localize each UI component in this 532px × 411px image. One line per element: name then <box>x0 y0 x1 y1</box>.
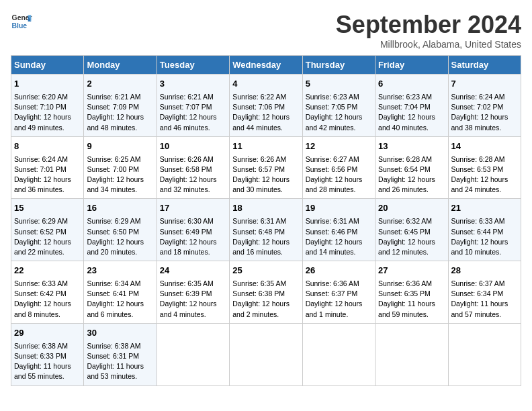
day-number: 13 <box>378 140 445 153</box>
day-number: 10 <box>160 140 226 153</box>
calendar-cell: 1Sunrise: 6:20 AM Sunset: 7:10 PM Daylig… <box>11 75 84 137</box>
day-info: Sunrise: 6:31 AM Sunset: 6:46 PM Dayligh… <box>306 216 372 257</box>
day-info: Sunrise: 6:31 AM Sunset: 6:48 PM Dayligh… <box>232 216 299 257</box>
day-number: 6 <box>378 78 445 91</box>
calendar-cell: 19Sunrise: 6:31 AM Sunset: 6:46 PM Dayli… <box>302 199 375 261</box>
day-info: Sunrise: 6:27 AM Sunset: 6:56 PM Dayligh… <box>306 154 372 195</box>
calendar-cell: 17Sunrise: 6:30 AM Sunset: 6:49 PM Dayli… <box>157 199 229 261</box>
calendar-cell: 28Sunrise: 6:37 AM Sunset: 6:34 PM Dayli… <box>448 261 521 324</box>
calendar-cell: 18Sunrise: 6:31 AM Sunset: 6:48 PM Dayli… <box>230 199 302 261</box>
calendar-cell: 7Sunrise: 6:24 AM Sunset: 7:02 PM Daylig… <box>448 75 521 137</box>
day-number: 9 <box>87 140 153 153</box>
title-block: September 2024 Millbrook, Alabama, Unite… <box>336 11 521 50</box>
calendar-cell <box>375 323 448 385</box>
day-number: 26 <box>306 265 372 277</box>
calendar-cell: 20Sunrise: 6:32 AM Sunset: 6:45 PM Dayli… <box>375 199 448 261</box>
calendar-cell: 4Sunrise: 6:22 AM Sunset: 7:06 PM Daylig… <box>230 75 302 137</box>
day-number: 14 <box>451 140 518 153</box>
calendar-week-row: 22Sunrise: 6:33 AM Sunset: 6:42 PM Dayli… <box>11 261 521 324</box>
day-number: 20 <box>378 202 445 215</box>
calendar-cell: 14Sunrise: 6:28 AM Sunset: 6:53 PM Dayli… <box>448 136 521 199</box>
calendar-cell: 6Sunrise: 6:23 AM Sunset: 7:04 PM Daylig… <box>375 75 448 137</box>
calendar-cell <box>448 323 521 385</box>
calendar-cell: 30Sunrise: 6:38 AM Sunset: 6:31 PM Dayli… <box>84 323 157 385</box>
day-info: Sunrise: 6:32 AM Sunset: 6:45 PM Dayligh… <box>378 216 445 257</box>
day-info: Sunrise: 6:35 AM Sunset: 6:39 PM Dayligh… <box>160 279 226 320</box>
day-info: Sunrise: 6:34 AM Sunset: 6:41 PM Dayligh… <box>87 279 153 320</box>
day-info: Sunrise: 6:20 AM Sunset: 7:10 PM Dayligh… <box>14 92 81 133</box>
calendar-cell: 23Sunrise: 6:34 AM Sunset: 6:41 PM Dayli… <box>84 261 157 324</box>
day-info: Sunrise: 6:28 AM Sunset: 6:53 PM Dayligh… <box>451 154 518 195</box>
logo: General Blue <box>11 11 32 32</box>
day-number: 2 <box>87 78 153 91</box>
day-info: Sunrise: 6:26 AM Sunset: 6:58 PM Dayligh… <box>160 154 226 195</box>
day-info: Sunrise: 6:24 AM Sunset: 7:02 PM Dayligh… <box>451 92 518 133</box>
calendar-cell: 27Sunrise: 6:36 AM Sunset: 6:35 PM Dayli… <box>375 261 448 324</box>
month-title: September 2024 <box>336 11 521 39</box>
calendar-cell: 3Sunrise: 6:21 AM Sunset: 7:07 PM Daylig… <box>157 75 229 137</box>
day-number: 19 <box>306 202 372 215</box>
day-info: Sunrise: 6:28 AM Sunset: 6:54 PM Dayligh… <box>378 154 445 195</box>
column-header-saturday: Saturday <box>448 56 521 75</box>
calendar-cell: 16Sunrise: 6:29 AM Sunset: 6:50 PM Dayli… <box>84 199 157 261</box>
day-info: Sunrise: 6:36 AM Sunset: 6:37 PM Dayligh… <box>306 279 372 320</box>
calendar-cell: 10Sunrise: 6:26 AM Sunset: 6:58 PM Dayli… <box>157 136 229 199</box>
calendar-cell: 25Sunrise: 6:35 AM Sunset: 6:38 PM Dayli… <box>230 261 302 324</box>
day-info: Sunrise: 6:29 AM Sunset: 6:52 PM Dayligh… <box>14 216 81 257</box>
day-number: 18 <box>232 202 299 215</box>
calendar-cell: 5Sunrise: 6:23 AM Sunset: 7:05 PM Daylig… <box>302 75 375 137</box>
column-header-monday: Monday <box>84 56 157 75</box>
calendar-cell: 22Sunrise: 6:33 AM Sunset: 6:42 PM Dayli… <box>11 261 84 324</box>
day-info: Sunrise: 6:24 AM Sunset: 7:01 PM Dayligh… <box>14 154 81 195</box>
calendar-cell: 13Sunrise: 6:28 AM Sunset: 6:54 PM Dayli… <box>375 136 448 199</box>
day-info: Sunrise: 6:35 AM Sunset: 6:38 PM Dayligh… <box>232 279 299 320</box>
calendar-cell: 11Sunrise: 6:26 AM Sunset: 6:57 PM Dayli… <box>230 136 302 199</box>
calendar-cell: 15Sunrise: 6:29 AM Sunset: 6:52 PM Dayli… <box>11 199 84 261</box>
day-info: Sunrise: 6:38 AM Sunset: 6:33 PM Dayligh… <box>14 341 81 382</box>
column-header-friday: Friday <box>375 56 448 75</box>
day-number: 12 <box>306 140 372 153</box>
day-info: Sunrise: 6:38 AM Sunset: 6:31 PM Dayligh… <box>87 341 153 382</box>
day-number: 24 <box>160 265 226 277</box>
calendar-week-row: 15Sunrise: 6:29 AM Sunset: 6:52 PM Dayli… <box>11 199 521 261</box>
calendar-cell: 21Sunrise: 6:33 AM Sunset: 6:44 PM Dayli… <box>448 199 521 261</box>
day-number: 1 <box>14 78 81 91</box>
calendar-week-row: 1Sunrise: 6:20 AM Sunset: 7:10 PM Daylig… <box>11 75 521 137</box>
day-info: Sunrise: 6:21 AM Sunset: 7:09 PM Dayligh… <box>87 92 153 133</box>
day-number: 25 <box>232 265 299 277</box>
day-number: 5 <box>306 78 372 91</box>
day-info: Sunrise: 6:21 AM Sunset: 7:07 PM Dayligh… <box>160 92 226 133</box>
day-info: Sunrise: 6:30 AM Sunset: 6:49 PM Dayligh… <box>160 216 226 257</box>
calendar-cell: 29Sunrise: 6:38 AM Sunset: 6:33 PM Dayli… <box>11 323 84 385</box>
day-info: Sunrise: 6:22 AM Sunset: 7:06 PM Dayligh… <box>232 92 299 133</box>
day-number: 16 <box>87 202 153 215</box>
header-row: SundayMondayTuesdayWednesdayThursdayFrid… <box>11 56 521 75</box>
day-info: Sunrise: 6:23 AM Sunset: 7:04 PM Dayligh… <box>378 92 445 133</box>
calendar-cell: 24Sunrise: 6:35 AM Sunset: 6:39 PM Dayli… <box>157 261 229 324</box>
day-number: 28 <box>451 265 518 277</box>
day-number: 8 <box>14 140 81 153</box>
calendar-cell <box>230 323 302 385</box>
day-info: Sunrise: 6:33 AM Sunset: 6:44 PM Dayligh… <box>451 216 518 257</box>
day-number: 17 <box>160 202 226 215</box>
calendar-cell <box>302 323 375 385</box>
calendar-cell <box>157 323 229 385</box>
svg-text:Blue: Blue <box>12 22 28 30</box>
day-number: 22 <box>14 265 81 277</box>
calendar-week-row: 29Sunrise: 6:38 AM Sunset: 6:33 PM Dayli… <box>11 323 521 385</box>
location: Millbrook, Alabama, United States <box>336 39 521 50</box>
calendar-table: SundayMondayTuesdayWednesdayThursdayFrid… <box>11 55 521 386</box>
calendar-cell: 26Sunrise: 6:36 AM Sunset: 6:37 PM Dayli… <box>302 261 375 324</box>
calendar-cell: 8Sunrise: 6:24 AM Sunset: 7:01 PM Daylig… <box>11 136 84 199</box>
calendar-cell: 2Sunrise: 6:21 AM Sunset: 7:09 PM Daylig… <box>84 75 157 137</box>
day-number: 4 <box>232 78 299 91</box>
calendar-cell: 12Sunrise: 6:27 AM Sunset: 6:56 PM Dayli… <box>302 136 375 199</box>
day-number: 11 <box>232 140 299 153</box>
day-info: Sunrise: 6:29 AM Sunset: 6:50 PM Dayligh… <box>87 216 153 257</box>
day-number: 3 <box>160 78 226 91</box>
column-header-tuesday: Tuesday <box>157 56 229 75</box>
day-info: Sunrise: 6:37 AM Sunset: 6:34 PM Dayligh… <box>451 279 518 320</box>
day-number: 27 <box>378 265 445 277</box>
day-number: 15 <box>14 202 81 215</box>
day-number: 21 <box>451 202 518 215</box>
